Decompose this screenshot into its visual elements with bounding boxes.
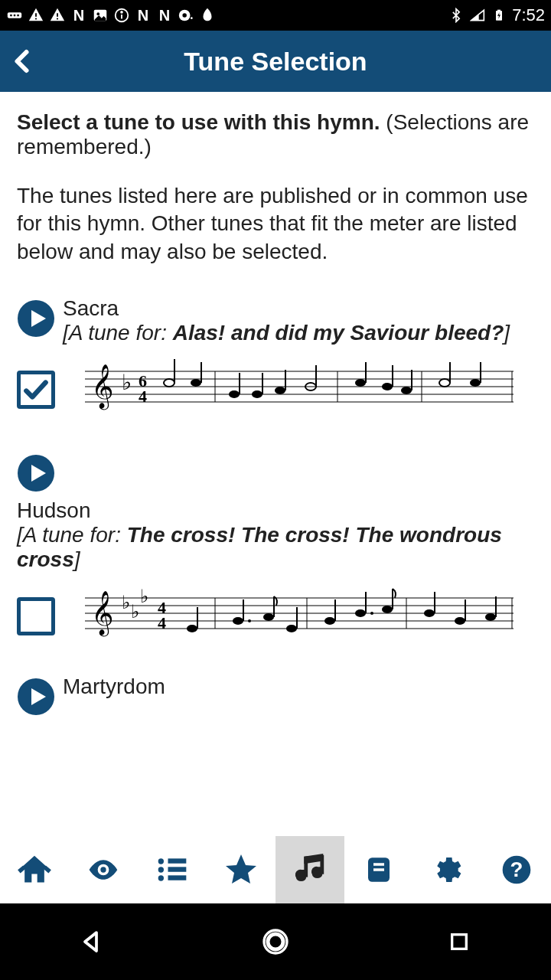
svg-rect-6 <box>57 13 58 17</box>
svg-point-84 <box>382 606 393 613</box>
svg-rect-99 <box>168 867 187 871</box>
content-area: Select a tune to use with this hymn. (Se… <box>0 92 551 836</box>
play-button[interactable] <box>17 454 55 492</box>
svg-point-72 <box>233 617 243 625</box>
nav-favorite[interactable] <box>207 836 276 903</box>
info-icon <box>113 7 130 24</box>
svg-point-3 <box>17 15 19 17</box>
svg-text:𝄞: 𝄞 <box>91 364 114 410</box>
svg-point-100 <box>158 875 164 880</box>
svg-rect-17 <box>497 10 500 11</box>
status-right: 7:52 <box>448 5 545 25</box>
tree-icon <box>199 7 216 24</box>
svg-point-15 <box>191 17 193 19</box>
intro-paragraph-2: The tunes listed here are published or i… <box>17 182 534 266</box>
tune-item-sacra[interactable]: Sacra [A tune for: Alas! and did my Savi… <box>17 296 534 420</box>
more-icon <box>6 7 23 24</box>
svg-point-90 <box>485 613 496 621</box>
nav-list[interactable] <box>138 836 207 903</box>
svg-point-75 <box>263 613 274 621</box>
tune-name: Sacra <box>63 296 510 321</box>
svg-text:♭: ♭ <box>122 593 130 612</box>
svg-point-46 <box>382 383 393 390</box>
nav-settings[interactable] <box>413 836 482 903</box>
page-title: Tune Selection <box>0 47 551 77</box>
sys-home[interactable] <box>255 921 297 963</box>
svg-point-95 <box>100 867 106 872</box>
svg-rect-4 <box>35 13 37 17</box>
music-score: 𝄞 ♭ 6 4 <box>64 359 534 420</box>
svg-point-74 <box>248 619 251 622</box>
bluetooth-icon <box>448 7 465 24</box>
svg-point-77 <box>286 625 297 632</box>
svg-rect-97 <box>168 858 187 863</box>
svg-rect-108 <box>373 868 384 871</box>
svg-text:4: 4 <box>158 613 166 632</box>
tune-subtitle: [A tune for: The cross! The cross! The w… <box>17 523 534 572</box>
tune-name: Martyrdom <box>63 675 165 699</box>
svg-point-40 <box>275 387 285 394</box>
status-time: 7:52 <box>512 5 545 25</box>
nav-view[interactable] <box>69 836 138 903</box>
svg-point-14 <box>182 13 187 18</box>
svg-point-81 <box>355 609 366 617</box>
play-button[interactable] <box>17 678 55 716</box>
svg-point-79 <box>324 617 335 625</box>
svg-point-5 <box>35 18 37 19</box>
svg-point-32 <box>164 379 174 387</box>
svg-point-50 <box>439 379 450 387</box>
svg-point-2 <box>14 15 16 17</box>
image-icon <box>92 7 109 24</box>
sys-recent[interactable] <box>439 921 481 963</box>
n-icon: N <box>156 7 173 24</box>
svg-point-12 <box>121 11 122 13</box>
svg-point-83 <box>370 612 373 615</box>
tune-item-martyrdom[interactable]: Martyrdom <box>17 675 534 716</box>
warning-icon <box>49 7 66 24</box>
svg-point-88 <box>455 617 465 625</box>
nav-help[interactable]: ? <box>482 836 551 903</box>
svg-text:♭: ♭ <box>140 586 148 606</box>
tune-item-hudson[interactable]: Hudson [A tune for: The cross! The cross… <box>17 451 534 647</box>
svg-point-86 <box>424 609 435 617</box>
svg-text:♭: ♭ <box>131 602 139 622</box>
svg-text:♭: ♭ <box>122 371 132 394</box>
svg-text:𝄞: 𝄞 <box>91 591 114 637</box>
svg-point-70 <box>187 625 197 632</box>
warning-icon <box>28 7 44 24</box>
intro-paragraph: Select a tune to use with this hymn. (Se… <box>17 110 534 159</box>
tune-checkbox[interactable] <box>17 597 55 635</box>
signal-icon <box>469 7 486 24</box>
svg-point-34 <box>191 379 201 387</box>
nav-music[interactable] <box>276 836 344 903</box>
svg-rect-107 <box>373 863 384 866</box>
sys-back[interactable] <box>71 921 113 963</box>
svg-point-9 <box>96 12 99 15</box>
n-icon: N <box>135 7 152 24</box>
nav-home[interactable] <box>0 836 69 903</box>
svg-point-36 <box>229 390 240 398</box>
svg-point-44 <box>355 379 366 387</box>
tune-subtitle: [A tune for: Alas! and did my Saviour bl… <box>63 321 510 345</box>
svg-text:?: ? <box>510 858 523 881</box>
app-header: Tune Selection <box>0 31 551 92</box>
n-icon: N <box>70 7 87 24</box>
svg-point-52 <box>470 379 481 387</box>
svg-point-48 <box>401 387 412 394</box>
status-left: N N N <box>6 7 216 24</box>
bottom-nav: ? <box>0 836 551 903</box>
tune-name: Hudson <box>17 498 91 523</box>
svg-point-1 <box>10 15 12 17</box>
nav-book[interactable] <box>344 836 413 903</box>
tune-checkbox[interactable] <box>17 371 55 409</box>
record-icon <box>178 7 194 24</box>
status-bar: N N N 7:52 <box>0 0 551 31</box>
play-button[interactable] <box>17 299 55 338</box>
svg-rect-101 <box>168 875 187 880</box>
back-button[interactable] <box>0 31 46 92</box>
svg-point-98 <box>158 867 164 872</box>
system-nav <box>0 903 551 980</box>
svg-point-38 <box>252 390 262 398</box>
svg-point-96 <box>158 858 164 864</box>
svg-point-112 <box>268 934 283 949</box>
